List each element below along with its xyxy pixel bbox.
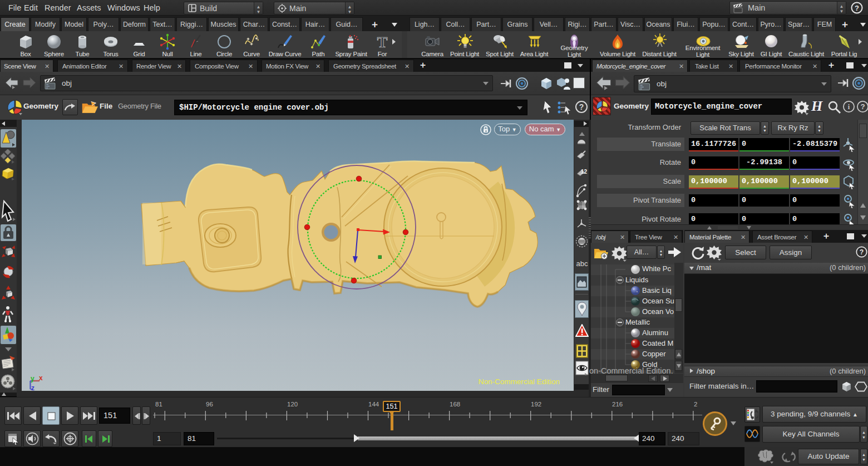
svg-text:Non-Commercial Edition: Non-Commercial Edition — [479, 377, 560, 386]
svg-text:2: 2 — [694, 401, 697, 408]
svg-text:192: 192 — [531, 401, 541, 408]
svg-text:216: 216 — [612, 401, 623, 408]
svg-text:12: 12 — [581, 169, 588, 175]
svg-text:z: z — [31, 384, 34, 391]
svg-text:?: ? — [579, 102, 584, 111]
svg-text:168: 168 — [450, 401, 460, 408]
svg-text:?: ? — [860, 248, 864, 256]
svg-text:y: y — [31, 375, 34, 382]
svg-text:?: ? — [855, 4, 859, 12]
svg-text:i: i — [848, 102, 850, 111]
svg-text:?: ? — [860, 102, 865, 111]
svg-text:x: x — [39, 374, 43, 382]
svg-text:120: 120 — [287, 401, 298, 408]
svg-text:T: T — [377, 33, 388, 51]
svg-text:144: 144 — [368, 401, 379, 408]
svg-text:81: 81 — [155, 401, 162, 408]
svg-text:96: 96 — [206, 401, 213, 408]
